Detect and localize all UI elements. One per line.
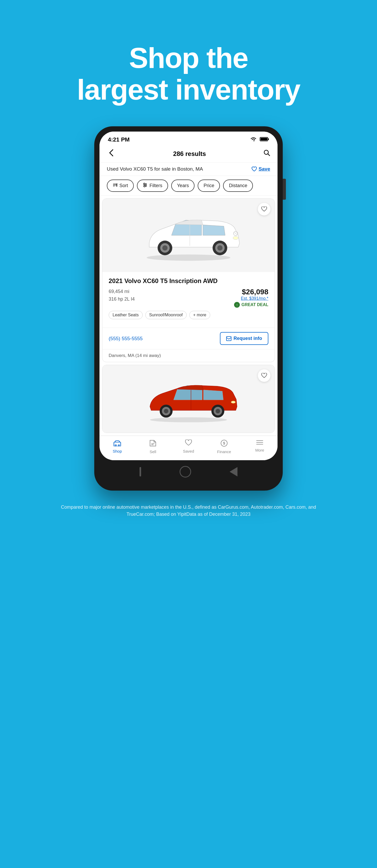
car-price-1: $26,098 [234,288,268,296]
nav-saved[interactable]: Saved [171,439,206,454]
hero-line2: largest inventory [77,73,300,105]
home-circle-button [180,466,191,477]
car-est-1: Est. $391/mo.* [234,296,268,301]
disclaimer: Compared to major online automotive mark… [0,491,377,539]
phone-home-bar [100,460,277,485]
svg-point-14 [144,186,145,187]
distance-chip[interactable]: Distance [223,180,253,192]
feature-chips-1: Leather Seats Sunroof/Moonroof + more [109,311,268,319]
filters-icon [143,183,147,189]
sell-label: Sell [149,450,156,454]
location-1: Danvers, MA (14 mi away) [102,349,275,362]
deal-badge-1: ↑ GREAT DEAL [234,302,268,308]
listing-card-1: 2021 Volvo XC60 T5 Inscription AWD 69,45… [102,198,275,362]
saved-label: Saved [183,449,194,454]
favorite-button-2[interactable] [258,369,270,382]
side-button [283,179,286,200]
hero-line1: Shop the [129,42,248,74]
back-button[interactable] [107,148,116,160]
white-car-svg [134,207,243,264]
bottom-nav: Shop Sell [100,436,277,460]
feature-leather: Leather Seats [109,311,143,319]
feature-more[interactable]: + more [189,311,210,319]
phone-link-1[interactable]: (555) 555-5555 [109,336,143,341]
hero-text: Shop the largest inventory [51,21,326,121]
finance-icon: $ [220,439,228,448]
top-nav: 286 results [100,145,277,162]
favorite-button-1[interactable] [258,203,270,215]
car-image-2 [102,365,275,433]
car-image-1 [102,199,275,272]
svg-rect-1 [261,138,267,141]
sort-label: Sort [119,183,128,188]
feature-sunroof: Sunroof/Moonroof [145,311,187,319]
save-button[interactable]: Save [251,166,270,172]
phone-screen: 4:21 PM [100,131,277,460]
svg-line-4 [268,154,270,156]
svg-point-23 [233,237,238,240]
sort-icon [112,183,117,189]
svg-rect-26 [227,337,231,341]
car-specs-1: 69,454 mi 316 hp 2L I4 [109,288,135,303]
svg-point-38 [118,445,119,446]
card-actions-1: (555) 555-5555 Request info [102,328,275,349]
home-recent-button [230,467,237,476]
search-button[interactable] [263,149,270,158]
battery-icon [260,137,269,143]
filters-label: Filters [149,183,162,188]
status-icons [250,136,269,143]
svg-point-22 [217,245,222,251]
years-label: Years [177,183,189,188]
svg-rect-2 [268,138,269,140]
mileage-1: 69,454 mi [109,288,135,296]
svg-text:$: $ [223,441,225,445]
nav-finance[interactable]: $ Finance [206,439,242,454]
save-label: Save [259,166,270,172]
request-info-button-1[interactable]: Request info [220,332,268,345]
filters-chip[interactable]: Filters [137,180,168,192]
svg-point-35 [231,401,235,404]
hero-section: Shop the largest inventory [51,0,326,121]
listing-card-2 [102,365,275,433]
svg-point-15 [147,254,230,261]
svg-point-37 [115,445,116,446]
nav-more[interactable]: More [242,439,277,454]
shop-icon [113,439,121,447]
home-back-button [140,467,141,476]
results-title: 286 results [173,150,206,157]
status-bar: 4:21 PM [100,131,277,145]
car-title-1: 2021 Volvo XC60 T5 Inscription AWD [109,277,268,285]
more-label: More [255,448,264,452]
nav-sell[interactable]: Sell [135,439,171,454]
saved-icon [185,439,192,447]
distance-label: Distance [229,183,247,188]
wifi-icon [250,136,257,143]
engine-1: 316 hp 2L I4 [109,296,135,303]
request-info-label: Request info [234,336,262,341]
price-chip[interactable]: Price [198,180,220,192]
search-subtitle: Used Volvo XC60 T5 for sale in Boston, M… [100,162,277,176]
svg-point-12 [145,185,147,186]
svg-point-34 [216,409,220,413]
years-chip[interactable]: Years [171,180,195,192]
deal-label: GREAT DEAL [241,303,268,307]
price-label: Price [203,183,214,188]
svg-point-10 [144,183,145,185]
phone-mockup: 4:21 PM [94,126,283,491]
red-car-svg [139,373,238,425]
svg-point-19 [162,245,168,251]
sort-chip[interactable]: Sort [107,180,134,192]
finance-label: Finance [217,450,231,454]
car-price-block-1: $26,098 Est. $391/mo.* ↑ GREAT DEAL [234,288,268,308]
filter-chips: Sort Filters Years Price Distance [100,176,277,196]
sell-icon [149,439,157,448]
svg-point-27 [150,417,227,422]
search-query: Used Volvo XC60 T5 for sale in Boston, M… [107,166,203,172]
nav-shop[interactable]: Shop [100,439,135,454]
status-time: 4:21 PM [108,136,130,143]
svg-point-31 [164,409,168,413]
phone-shell: 4:21 PM [94,126,283,491]
deal-icon: ↑ [234,302,240,308]
shop-label: Shop [112,449,122,454]
card-content-1: 2021 Volvo XC60 T5 Inscription AWD 69,45… [102,272,275,328]
